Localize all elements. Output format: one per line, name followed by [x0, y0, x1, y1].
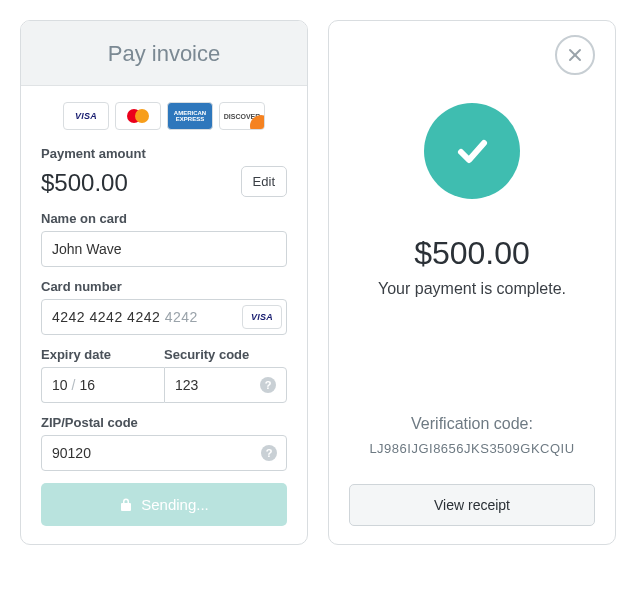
zip-input[interactable] [41, 435, 287, 471]
submit-button[interactable]: Sending... [41, 483, 287, 526]
cvc-input[interactable]: 123 ? [164, 367, 287, 403]
zip-label: ZIP/Postal code [41, 415, 287, 430]
payment-success-card: $500.00 Your payment is complete. Verifi… [328, 20, 616, 545]
close-button[interactable] [555, 35, 595, 75]
submit-label: Sending... [141, 496, 209, 513]
success-check-icon [424, 103, 520, 199]
help-icon[interactable]: ? [261, 445, 277, 461]
amount-value: $500.00 [41, 169, 128, 197]
mastercard-icon [115, 102, 161, 130]
card-brand-row: VISA AMERICANEXPRESS DISCOVER [41, 102, 287, 130]
help-icon[interactable]: ? [260, 377, 276, 393]
card-title: Pay invoice [21, 41, 307, 67]
discover-icon: DISCOVER [219, 102, 265, 130]
expiry-field: Expiry date 10 / 16 [41, 347, 164, 403]
expiry-input[interactable]: 10 / 16 [41, 367, 164, 403]
name-label: Name on card [41, 211, 287, 226]
view-receipt-button[interactable]: View receipt [349, 484, 595, 526]
expiry-label: Expiry date [41, 347, 164, 362]
success-message: Your payment is complete. [349, 280, 595, 298]
verification-code: LJ986IJGI8656JKS3509GKCQIU [349, 441, 595, 456]
amex-icon: AMERICANEXPRESS [167, 102, 213, 130]
pay-invoice-card: Pay invoice VISA AMERICANEXPRESS DISCOVE… [20, 20, 308, 545]
success-amount: $500.00 [349, 235, 595, 272]
cardnumber-input[interactable]: 4242 4242 4242 4242 VISA [41, 299, 287, 335]
cardnumber-label: Card number [41, 279, 287, 294]
cvc-label: Security code [164, 347, 287, 362]
close-icon [567, 47, 583, 63]
detected-visa-icon: VISA [242, 305, 282, 329]
lock-icon [119, 497, 133, 512]
card-header: Pay invoice [21, 21, 307, 86]
amount-field: Payment amount $500.00 Edit [41, 146, 287, 197]
zip-field: ZIP/Postal code ? [41, 415, 287, 471]
name-input[interactable] [41, 231, 287, 267]
verification-label: Verification code: [349, 415, 595, 433]
amount-label: Payment amount [41, 146, 287, 161]
name-field: Name on card [41, 211, 287, 267]
cvc-field: Security code 123 ? [164, 347, 287, 403]
visa-icon: VISA [63, 102, 109, 130]
card-body: VISA AMERICANEXPRESS DISCOVER Payment am… [21, 86, 307, 544]
edit-amount-button[interactable]: Edit [241, 166, 287, 197]
cardnumber-field: Card number 4242 4242 4242 4242 VISA [41, 279, 287, 335]
svg-point-1 [135, 109, 149, 123]
